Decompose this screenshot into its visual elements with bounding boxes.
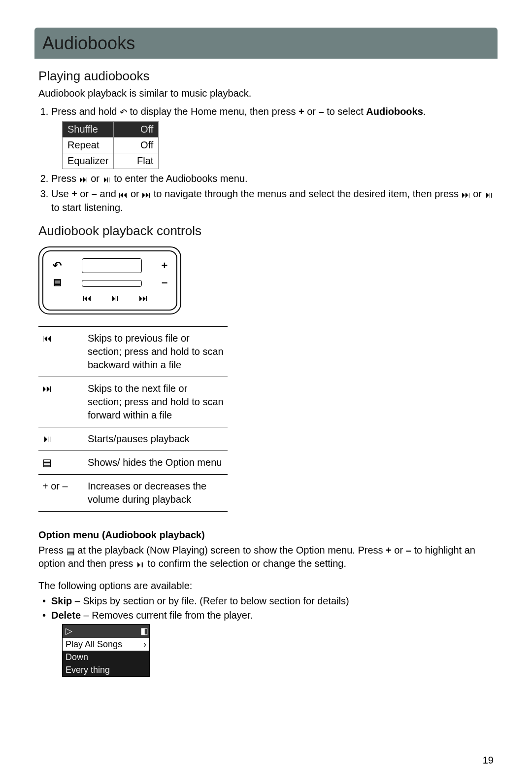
control-description: Skips to previous file or section; press… [84,326,228,377]
text: to start listening. [51,202,123,213]
option-menu-description: Press ▤ at the playback (Now Playing) sc… [38,544,494,571]
minus-icon: – [159,275,170,290]
text: to enter the Audiobooks menu. [111,173,248,184]
text: Press [51,173,79,184]
step-1: Press and hold ↶ to display the Home men… [51,105,494,169]
heading-controls: Audiobook playback controls [38,222,494,240]
text: or [88,173,102,184]
plus-key: + [299,106,304,117]
text: to display the Home menu, then press [127,106,299,117]
play-pause-icon: ⏯ [102,174,111,185]
file-list-label: Play All Songs [66,638,122,650]
text: or [304,106,319,117]
intro-text: Audiobook playback is similar to music p… [38,87,494,100]
fast-forward-icon: ⏭ [79,174,88,185]
control-description: Increases or decreases the volume during… [84,474,228,511]
text: Press [38,545,66,556]
option-label: Skip [51,595,72,606]
control-description: Starts/pauses playback [84,427,228,451]
text: or [470,188,485,199]
fast-forward-icon: ⏭ [142,189,151,201]
table-row: + or – Increases or decreases the volume… [38,474,228,511]
section-title-bar: Audiobooks [34,28,498,59]
rewind-icon: ⏮ [38,326,84,377]
file-list-row-selected: Down [63,651,149,663]
options-menu-icon: ▤ [38,451,84,474]
text: Use [51,188,71,199]
audiobooks-label: Audiobooks [366,106,423,117]
chevron-right-icon: › [143,638,146,650]
control-description: Shows/ hides the Option menu [84,451,228,474]
page-title: Audiobooks [42,32,490,56]
control-description: Skips to the next file or section; press… [84,377,228,427]
options-list: Skip – Skips by section or by file. (Ref… [38,594,494,677]
text: or [392,545,406,556]
table-row: ⏮ Skips to previous file or section; pre… [38,326,228,377]
file-list-label: Down [66,651,88,663]
options-available-text: The following options are available: [38,579,494,592]
text: to select [324,106,366,117]
fast-forward-icon: ⏭ [139,292,148,304]
text: at the playback (Now Playing) screen to … [75,545,386,556]
file-list-row: Play All Songs › [63,638,149,651]
menu-value: Off [114,121,159,137]
steps-list: Press and hold ↶ to display the Home men… [38,105,494,214]
text: or [77,188,92,199]
options-menu-icon: ▤ [49,276,65,288]
minus-key: – [319,106,324,117]
menu-value: Off [114,137,159,153]
play-pause-icon: ⏯ [136,558,145,570]
table-row: ▤ Shows/ hides the Option menu [38,451,228,474]
device-screen [82,258,142,273]
controls-reference-table: ⏮ Skips to previous file or section; pre… [38,326,228,512]
option-skip: Skip – Skips by section or by file. (Ref… [51,594,494,608]
heading-playing: Playing audiobooks [38,68,494,85]
table-row: ⏭ Skips to the next file or section; pre… [38,377,228,427]
menu-row-equalizer: Equalizer Flat [63,153,159,169]
menu-label: Shuffle [63,121,114,137]
menu-row-repeat: Repeat Off [63,137,159,153]
text: . [423,106,426,117]
option-menu-heading: Option menu (Audiobook playback) [38,528,494,542]
table-row: ⏯ Starts/pauses playback [38,427,228,451]
device-screen-lower [82,280,142,287]
play-pause-icon: ⏯ [38,427,84,451]
play-outline-icon: ▷ [66,625,72,637]
plus-key: + [386,545,392,556]
play-pause-icon: ⏯ [485,189,494,201]
plus-key: + [71,188,77,199]
file-list-graphic: ▷ ▮▯ Play All Songs › Down Every thing [62,624,150,677]
option-desc: – Skips by section or by file. (Refer to… [72,595,349,606]
step-3: Use + or – and ⏮ or ⏭ to navigate throug… [51,187,494,214]
play-pause-icon: ⏯ [111,292,120,304]
rewind-icon: ⏮ [119,189,128,201]
minus-key: – [92,188,97,199]
option-delete: Delete – Removes current file from the p… [51,609,494,677]
text: Press and hold [51,106,120,117]
back-icon: ↶ [49,258,65,273]
settings-menu-graphic: Shuffle Off Repeat Off Equalizer Flat [62,121,159,169]
options-menu-icon: ▤ [66,545,75,557]
minus-key: – [406,545,411,556]
option-desc: – Removes current file from the player. [81,610,253,621]
step-2: Press ⏭ or ⏯ to enter the Audiobooks men… [51,172,494,185]
battery-icon: ▮▯ [140,625,146,637]
option-label: Delete [51,610,81,621]
menu-value: Flat [114,153,159,169]
device-diagram: ↶ + ▤ – ⏮ ⏯ ⏭ [38,246,494,314]
page-number: 19 [483,754,494,766]
menu-row-shuffle: Shuffle Off [63,121,159,137]
text: and [97,188,119,199]
file-list-label: Every thing [66,664,110,676]
menu-label: Equalizer [63,153,114,169]
volume-keys: + or – [38,474,84,511]
text: or [128,188,142,199]
fast-forward-icon: ⏭ [38,377,84,427]
rewind-icon: ⏮ [83,292,92,304]
file-list-header: ▷ ▮▯ [63,625,149,637]
text: to navigate through the menus and select… [151,188,461,199]
menu-label: Repeat [63,137,114,153]
text: to confirm the selection or change the s… [145,558,346,569]
file-list-row: Every thing [63,663,149,676]
fast-forward-icon: ⏭ [462,189,470,201]
